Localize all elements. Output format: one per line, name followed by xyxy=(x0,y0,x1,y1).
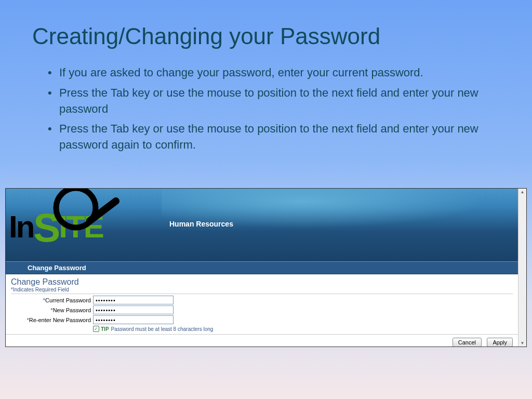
form-title: Change Password xyxy=(11,276,513,287)
field-row-current: Current Password xyxy=(11,295,513,305)
current-password-input[interactable] xyxy=(93,296,174,304)
tip-label: TIP xyxy=(101,326,109,332)
magnifier-icon xyxy=(52,189,120,242)
slide-title: Creating/Changing your Password xyxy=(0,0,532,49)
reenter-password-input[interactable] xyxy=(93,315,174,324)
current-password-label: Current Password xyxy=(11,297,93,303)
tip-row: ✓ TIP Password must be at least 8 charac… xyxy=(11,325,513,333)
bullet-item: Press the Tab key or use the mouse to po… xyxy=(48,121,485,153)
field-row-new: New Password xyxy=(11,305,513,315)
vertical-scrollbar[interactable] xyxy=(518,189,526,347)
change-password-form: Change Password Indicates Required Field… xyxy=(6,274,518,334)
reenter-password-label: Re-enter New Password xyxy=(11,317,93,323)
app-screenshot: InSITE Human Resources Change Password C… xyxy=(5,188,527,347)
apply-button[interactable]: Apply xyxy=(487,338,513,347)
app-banner: InSITE Human Resources xyxy=(6,189,518,261)
new-password-input[interactable] xyxy=(93,305,174,314)
cancel-button[interactable]: Cancel xyxy=(453,338,482,347)
navbar-title: Change Password xyxy=(6,261,518,274)
header-module-label: Human Resources xyxy=(169,220,233,228)
bullet-item: If you are asked to change your password… xyxy=(48,65,485,81)
new-password-label: New Password xyxy=(11,307,93,313)
tip-icon: ✓ xyxy=(93,326,99,332)
slide-bullets: If you are asked to change your password… xyxy=(0,49,532,153)
required-field-note: Indicates Required Field xyxy=(11,287,513,294)
tip-text: Password must be at least 8 characters l… xyxy=(111,326,214,332)
bullet-item: Press the Tab key or use the mouse to po… xyxy=(48,85,485,117)
button-bar: Cancel Apply xyxy=(6,334,518,347)
field-row-reenter: Re-enter New Password xyxy=(11,315,513,325)
